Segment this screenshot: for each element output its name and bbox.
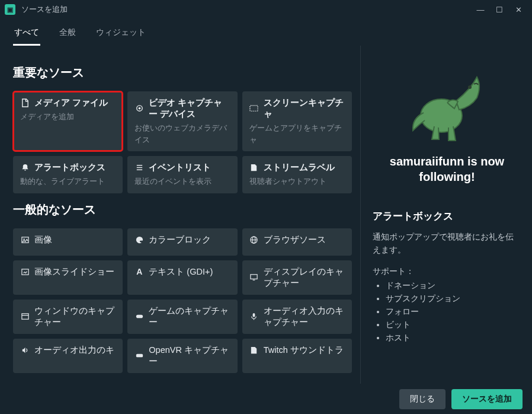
card-alert-box[interactable]: アラートボックス 動的な、ライブアラート bbox=[13, 156, 123, 193]
svg-rect-12 bbox=[251, 275, 257, 279]
tab-bar: すべて 全般 ウィジェット bbox=[0, 19, 532, 46]
card-title: カラーブロック bbox=[149, 234, 211, 246]
preview-title: アラートボックス bbox=[373, 209, 521, 223]
support-item: サブスクリプション bbox=[386, 294, 521, 304]
card-title: ストリームラベル bbox=[264, 162, 335, 173]
add-source-button[interactable]: ソースを追加 bbox=[451, 389, 523, 409]
window-icon bbox=[20, 312, 30, 321]
section-general-title: 一般的なソース bbox=[13, 202, 352, 218]
tab-all[interactable]: すべて bbox=[13, 24, 40, 46]
gamepad-icon bbox=[134, 312, 144, 321]
card-video-capture[interactable]: ビデオ キャプチャー デバイス お使いのウェブカメラデバイス bbox=[127, 91, 237, 151]
music-icon bbox=[249, 345, 259, 355]
card-game-capture[interactable]: ゲームのキャプチャー bbox=[127, 300, 237, 334]
preview-alert-text: samuraiifunn is now following! bbox=[373, 154, 521, 184]
tab-widgets[interactable]: ウィジェット bbox=[95, 24, 147, 46]
card-sub: お使いのウェブカメラデバイス bbox=[134, 122, 230, 145]
source-list: 重要なソース メディア ファイル メディアを追加 ビデオ キャプチャー デバイス… bbox=[0, 46, 360, 384]
card-text-gdi[interactable]: Aテキスト (GDI+) bbox=[127, 260, 237, 295]
card-image[interactable]: 画像 bbox=[13, 228, 123, 256]
cancel-button[interactable]: 閉じる bbox=[399, 389, 446, 409]
globe-icon bbox=[249, 235, 259, 244]
svg-rect-17 bbox=[253, 313, 255, 317]
card-media-file[interactable]: メディア ファイル メディアを追加 bbox=[13, 91, 123, 151]
card-sub: 動的な、ライブアラート bbox=[20, 176, 116, 187]
card-title: ウィンドウのキャプチャー bbox=[34, 305, 116, 328]
dinosaur-icon bbox=[406, 56, 489, 145]
maximize-button[interactable]: ☐ bbox=[491, 2, 508, 17]
text-icon: A bbox=[134, 267, 144, 276]
card-sub: ゲームとアプリをキャプチャ bbox=[249, 122, 345, 145]
card-openvr[interactable]: OpenVR キャプチャー bbox=[127, 339, 237, 373]
window-title: ソースを追加 bbox=[21, 4, 68, 15]
svg-rect-16 bbox=[136, 315, 143, 319]
card-browser-source[interactable]: ブラウザソース bbox=[242, 228, 352, 256]
card-sub: 視聴者シャウトアウト bbox=[249, 176, 345, 187]
card-audio-input[interactable]: オーディオ入力のキャプチャー bbox=[242, 300, 352, 334]
card-sub: メディアを追加 bbox=[20, 111, 116, 123]
card-title: Twitch サウンドトラ bbox=[264, 345, 344, 356]
svg-rect-11 bbox=[21, 269, 28, 274]
card-title: アラートボックス bbox=[34, 162, 105, 173]
svg-point-1 bbox=[138, 107, 140, 109]
card-title: スクリーンキャプチャ bbox=[264, 97, 345, 120]
card-title: テキスト (GDI+) bbox=[149, 266, 213, 278]
card-title: メディア ファイル bbox=[34, 97, 108, 109]
card-sub: 最近のイベントを表示 bbox=[134, 176, 230, 187]
card-title: オーディオ出力のキ bbox=[34, 345, 114, 356]
speaker-icon bbox=[20, 345, 30, 355]
card-title: 画像 bbox=[34, 234, 52, 246]
card-screen-capture[interactable]: スクリーンキャプチャ ゲームとアプリをキャプチャ bbox=[242, 91, 352, 151]
card-slideshow[interactable]: 画像スライドショー bbox=[13, 260, 123, 295]
file-icon bbox=[20, 98, 30, 108]
display-icon bbox=[249, 273, 259, 282]
tab-general[interactable]: 全般 bbox=[58, 24, 77, 46]
mic-icon bbox=[249, 312, 259, 321]
close-button[interactable]: ✕ bbox=[509, 2, 527, 17]
support-item: ホスト bbox=[386, 333, 521, 343]
support-item: ビット bbox=[386, 320, 521, 330]
screen-icon bbox=[249, 104, 259, 113]
card-event-list[interactable]: イベントリスト 最近のイベントを表示 bbox=[127, 156, 237, 193]
webcam-icon bbox=[134, 104, 144, 113]
section-important-title: 重要なソース bbox=[13, 65, 352, 81]
card-title: ビデオ キャプチャー デバイス bbox=[149, 97, 230, 120]
svg-rect-2 bbox=[250, 105, 258, 110]
support-label: サポート： bbox=[373, 266, 521, 277]
bell-icon bbox=[20, 163, 30, 173]
palette-icon bbox=[134, 235, 144, 244]
card-twitch-soundtrack[interactable]: Twitch サウンドトラ bbox=[242, 339, 352, 373]
vr-icon bbox=[134, 351, 144, 361]
card-stream-label[interactable]: ストリームラベル 視聴者シャウトアウト bbox=[242, 156, 352, 193]
card-display-capture[interactable]: ディスプレイのキャプチャー bbox=[242, 260, 352, 295]
support-item: ドネーション bbox=[386, 281, 521, 291]
support-item: フォロー bbox=[386, 307, 521, 317]
svg-rect-14 bbox=[21, 314, 28, 319]
card-color-block[interactable]: カラーブロック bbox=[127, 228, 237, 256]
preview-description: 通知ポップアップで視聴者にお礼を伝えます。 bbox=[373, 230, 521, 257]
list-icon bbox=[134, 163, 144, 173]
preview-panel: samuraiifunn is now following! アラートボックス … bbox=[360, 46, 532, 384]
svg-rect-18 bbox=[136, 354, 143, 358]
card-title: ブラウザソース bbox=[264, 234, 326, 246]
minimize-button[interactable]: — bbox=[472, 2, 489, 17]
card-title: イベントリスト bbox=[149, 162, 211, 173]
titlebar: ▣ ソースを追加 — ☐ ✕ bbox=[0, 0, 532, 19]
card-title: ディスプレイのキャプチャー bbox=[264, 266, 345, 289]
svg-point-7 bbox=[23, 238, 24, 240]
card-title: 画像スライドショー bbox=[34, 266, 114, 278]
image-icon bbox=[20, 235, 30, 244]
footer: 閉じる ソースを追加 bbox=[0, 384, 532, 414]
card-window-capture[interactable]: ウィンドウのキャプチャー bbox=[13, 300, 123, 334]
svg-point-20 bbox=[468, 85, 472, 89]
card-title: ゲームのキャプチャー bbox=[149, 305, 230, 328]
card-title: オーディオ入力のキャプチャー bbox=[264, 305, 345, 328]
preview-support: サポート： ドネーション サブスクリプション フォロー ビット ホスト bbox=[373, 266, 521, 343]
card-audio-output[interactable]: オーディオ出力のキ bbox=[13, 339, 123, 373]
app-icon: ▣ bbox=[5, 4, 15, 15]
slideshow-icon bbox=[20, 267, 30, 276]
card-title: OpenVR キャプチャー bbox=[149, 345, 230, 367]
label-icon bbox=[249, 163, 259, 173]
